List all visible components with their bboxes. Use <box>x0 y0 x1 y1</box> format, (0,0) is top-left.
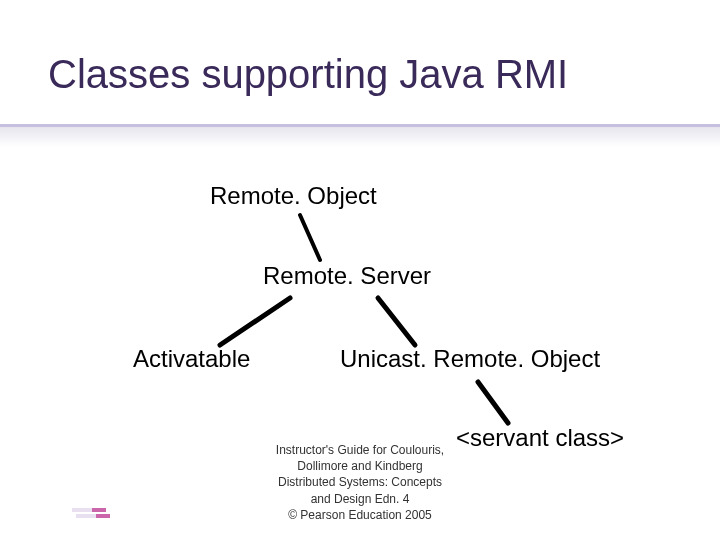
footer-line-5: © Pearson Education 2005 <box>288 508 432 522</box>
svg-rect-7 <box>96 514 110 518</box>
slide: Classes supporting Java RMI Remote. Obje… <box>0 0 720 540</box>
svg-line-3 <box>478 382 508 423</box>
footer-line-1: Instructor's Guide for Coulouris, <box>276 443 444 457</box>
node-remote-object: Remote. Object <box>210 182 377 210</box>
node-unicast-remote-object: Unicast. Remote. Object <box>340 345 600 373</box>
svg-line-0 <box>300 215 320 260</box>
svg-line-1 <box>220 298 290 345</box>
footer-line-3: Distributed Systems: Concepts <box>278 475 442 489</box>
node-remote-server: Remote. Server <box>263 262 431 290</box>
svg-rect-6 <box>92 508 106 512</box>
slide-title: Classes supporting Java RMI <box>48 52 568 97</box>
title-underline <box>0 124 720 127</box>
logo-icon <box>72 502 112 526</box>
footer-line-4: and Design Edn. 4 <box>311 492 410 506</box>
node-activatable: Activatable <box>133 345 250 373</box>
footer-line-2: Dollimore and Kindberg <box>297 459 422 473</box>
svg-line-2 <box>378 298 415 345</box>
